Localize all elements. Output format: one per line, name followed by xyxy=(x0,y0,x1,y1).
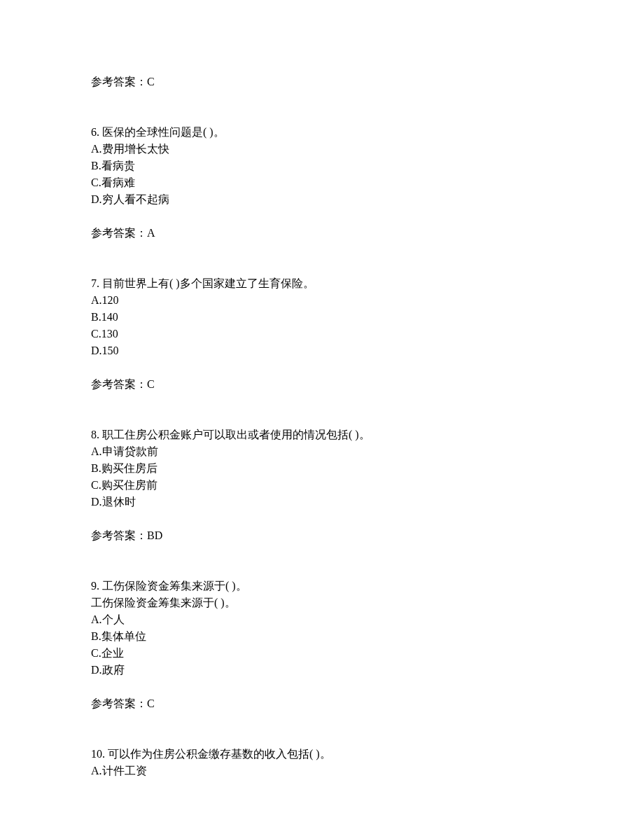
option-c: C.购买住房前 xyxy=(91,477,553,494)
answer-line: 参考答案：C xyxy=(91,695,553,712)
question-stem: 可以作为住房公积金缴存基数的收入包括( )。 xyxy=(108,748,331,760)
question-stem: 职工住房公积金账户可以取出或者使用的情况包括( )。 xyxy=(102,429,370,440)
question-substem: 工伤保险资金筹集来源于( )。 xyxy=(91,595,553,611)
answer-label: 参考答案： xyxy=(91,378,147,390)
option-d: D.150 xyxy=(91,342,553,359)
question-line: 7. 目前世界上有( )多个国家建立了生育保险。 xyxy=(91,275,553,292)
option-d: D.穷人看不起病 xyxy=(91,191,553,208)
question-block-6: 6. 医保的全球性问题是( )。 A.费用增长太快 B.看病贵 C.看病难 D.… xyxy=(91,124,553,242)
answer-line: 参考答案：C xyxy=(91,376,553,393)
answer-label: 参考答案： xyxy=(91,697,147,709)
option-a: A.费用增长太快 xyxy=(91,141,553,158)
option-c: C.130 xyxy=(91,326,553,342)
answer-value: C xyxy=(147,76,155,88)
answer-value: C xyxy=(147,378,155,390)
question-line: 9. 工伤保险资金筹集来源于( )。 xyxy=(91,578,553,595)
option-a: A.申请贷款前 xyxy=(91,443,553,460)
question-block-7: 7. 目前世界上有( )多个国家建立了生育保险。 A.120 B.140 C.1… xyxy=(91,275,553,393)
question-number: 10. xyxy=(91,748,108,760)
option-b: B.购买住房后 xyxy=(91,460,553,477)
question-block-8: 8. 职工住房公积金账户可以取出或者使用的情况包括( )。 A.申请贷款前 B.… xyxy=(91,426,553,544)
orphan-answer-block: 参考答案：C xyxy=(91,74,553,90)
answer-value: A xyxy=(147,227,155,239)
question-stem: 目前世界上有( )多个国家建立了生育保险。 xyxy=(102,277,314,289)
answer-label: 参考答案： xyxy=(91,76,147,88)
option-a: A.个人 xyxy=(91,611,553,628)
answer-value: C xyxy=(147,697,155,709)
option-c: C.企业 xyxy=(91,645,553,662)
answer-value: BD xyxy=(147,529,162,541)
question-number: 9. xyxy=(91,580,102,592)
option-d: D.退休时 xyxy=(91,494,553,510)
option-d: D.政府 xyxy=(91,662,553,679)
answer-line: 参考答案：BD xyxy=(91,527,553,544)
question-number: 8. xyxy=(91,429,102,440)
option-b: B.140 xyxy=(91,309,553,326)
option-a: A.计件工资 xyxy=(91,763,553,779)
question-number: 6. xyxy=(91,126,102,138)
answer-label: 参考答案： xyxy=(91,529,147,541)
option-b: B.看病贵 xyxy=(91,158,553,174)
question-line: 6. 医保的全球性问题是( )。 xyxy=(91,124,553,141)
question-block-10: 10. 可以作为住房公积金缴存基数的收入包括( )。 A.计件工资 xyxy=(91,746,553,779)
document-page: 参考答案：C 6. 医保的全球性问题是( )。 A.费用增长太快 B.看病贵 C… xyxy=(0,0,644,834)
option-c: C.看病难 xyxy=(91,174,553,191)
question-number: 7. xyxy=(91,277,102,289)
question-stem: 医保的全球性问题是( )。 xyxy=(102,126,225,138)
question-block-9: 9. 工伤保险资金筹集来源于( )。 工伤保险资金筹集来源于( )。 A.个人 … xyxy=(91,578,553,712)
answer-line: 参考答案：A xyxy=(91,225,553,242)
question-stem: 工伤保险资金筹集来源于( )。 xyxy=(102,580,247,592)
option-b: B.集体单位 xyxy=(91,628,553,645)
question-line: 10. 可以作为住房公积金缴存基数的收入包括( )。 xyxy=(91,746,553,763)
question-line: 8. 职工住房公积金账户可以取出或者使用的情况包括( )。 xyxy=(91,426,553,443)
answer-label: 参考答案： xyxy=(91,227,147,239)
option-a: A.120 xyxy=(91,292,553,309)
